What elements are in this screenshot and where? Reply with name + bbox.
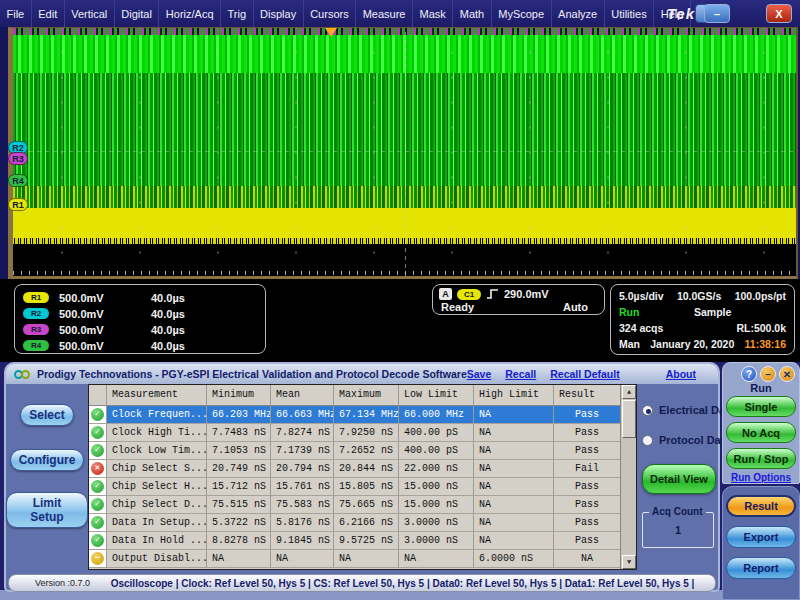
fail-cross-icon: ✕ (91, 462, 104, 475)
channel-badge-r3: R3 (23, 324, 49, 335)
limit-setup-button[interactable]: Limit Setup (6, 492, 88, 528)
cell-low-limit: 400.00 pS (399, 424, 474, 441)
status-cell: ✓ (89, 406, 107, 423)
menu-item-display[interactable]: Display (254, 0, 304, 27)
trigger-mode: Auto (563, 301, 588, 313)
menu-item-myscope[interactable]: MyScope (492, 0, 552, 27)
table-row[interactable]: ✓Data In Setup...5.3722 nS5.8176 nS6.216… (89, 514, 621, 532)
radio-protocol-data[interactable]: Protocol Data (642, 434, 720, 446)
single-button[interactable]: Single (726, 396, 796, 417)
result-button[interactable]: Result (726, 495, 796, 517)
pass-check-icon: ✓ (91, 426, 104, 439)
detail-view-button[interactable]: Detail View (642, 464, 716, 494)
scroll-up-icon[interactable]: ▲ (622, 385, 636, 399)
table-row[interactable]: ✓Chip Select H...15.712 nS15.761 nS15.80… (89, 478, 621, 496)
channel-marker-r4[interactable]: R4 (8, 174, 28, 187)
menu-item-horiz-acq[interactable]: Horiz/Acq (159, 0, 221, 27)
table-row[interactable]: ✓Data In Hold ...8.8278 nS9.1845 nS9.572… (89, 532, 621, 550)
scope-close-button[interactable]: X (766, 4, 792, 23)
menu-item-vertical[interactable]: Vertical (65, 0, 115, 27)
cell-low-limit: 66.000 MHz (399, 406, 474, 423)
table-row[interactable]: ✓Chip Select D...75.515 nS75.583 nS75.66… (89, 496, 621, 514)
channel-marker-r1[interactable]: R1 (8, 198, 28, 211)
radio-electrical-data[interactable]: Electrical Data (642, 404, 720, 416)
run-options-link[interactable]: Run Options (723, 472, 799, 483)
trigger-status: Ready (441, 301, 474, 313)
status-cell: ✓ (89, 496, 107, 513)
table-row[interactable]: −Output Disabl...NANANANA6.0000 nSNA (89, 550, 621, 568)
report-button[interactable]: Report (726, 557, 796, 579)
channel-readouts: R1500.0mV40.0µsR2500.0mV40.0µsR3500.0mV4… (14, 284, 266, 354)
menu-item-utilities[interactable]: Utilities (605, 0, 654, 27)
title-links: SaveRecallRecall Default (467, 368, 620, 380)
scope-minimize-button[interactable]: – (704, 4, 730, 23)
cell-high-limit: NA (474, 424, 554, 441)
status-cell: − (89, 550, 107, 567)
cell-minimum: 20.749 nS (207, 460, 271, 477)
version-label: Version :0.7.0 (35, 578, 90, 588)
table-row[interactable]: ✓Clock Low Tim...7.1053 nS7.1739 nS7.265… (89, 442, 621, 460)
export-button[interactable]: Export (726, 526, 796, 548)
table-row[interactable]: ✕Chip Select S...20.749 nS20.794 nS20.84… (89, 460, 621, 478)
acq-count-label: Acq Count (649, 506, 706, 517)
menu-item-digital[interactable]: Digital (115, 0, 160, 27)
menu-item-mask[interactable]: Mask (413, 0, 453, 27)
cell-result: Fail (554, 460, 620, 477)
tek-logo: Tek (667, 5, 695, 22)
table-scrollbar[interactable]: ▲ ▼ (620, 385, 636, 569)
channel-scale-value: 500.0mV (59, 324, 151, 336)
cell-result: Pass (554, 514, 620, 531)
menu-item-file[interactable]: File (0, 0, 32, 27)
cell-mean: 7.8274 nS (271, 424, 334, 441)
cell-result: Pass (554, 406, 620, 423)
run-state: Run (619, 306, 639, 318)
sample-rate: 10.0GS/s (677, 290, 721, 302)
radio-circle-icon (642, 435, 653, 446)
pass-check-icon: ✓ (91, 444, 104, 457)
menu-item-trig[interactable]: Trig (221, 0, 254, 27)
menu-item-cursors[interactable]: Cursors (304, 0, 357, 27)
cell-low-limit: NA (399, 550, 474, 567)
cell-minimum: 15.712 nS (207, 478, 271, 495)
app-title-bar: Prodigy Technovations - PGY-eSPI Electri… (6, 364, 718, 384)
cell-result: Pass (554, 478, 620, 495)
cell-measurement: Chip Select H... (107, 478, 207, 495)
radio-circle-icon (642, 405, 653, 416)
header-cell-mean: Mean (271, 385, 334, 405)
menu-item-edit[interactable]: Edit (32, 0, 65, 27)
run-panel: ? – ✕ Run SingleNo AcqRun / Stop Run Opt… (722, 362, 800, 484)
cell-low-limit: 3.0000 nS (399, 532, 474, 549)
cell-result: NA (554, 550, 620, 567)
app-minimize-button[interactable]: – (760, 366, 776, 382)
cell-measurement: Chip Select D... (107, 496, 207, 513)
table-row[interactable]: ✓Clock High Ti...7.7483 nS7.8274 nS7.925… (89, 424, 621, 442)
scroll-down-icon[interactable]: ▼ (622, 555, 636, 569)
run-group-label: Run (723, 382, 799, 394)
channel-timebase-value: 40.0µs (151, 292, 185, 304)
about-link[interactable]: About (666, 368, 696, 380)
status-cell: ✓ (89, 478, 107, 495)
table-row[interactable]: ✓Clock Frequen...66.203 MHz66.663 MHz67.… (89, 406, 621, 424)
trigger-position-marker[interactable] (325, 28, 337, 37)
scrollbar-thumb[interactable] (622, 400, 636, 438)
cell-low-limit: 400.00 pS (399, 442, 474, 459)
channel-readout-r1: R1500.0mV40.0µs (23, 290, 257, 305)
cell-minimum: 7.1053 nS (207, 442, 271, 459)
channel-timebase-value: 40.0µs (151, 340, 185, 352)
configure-button[interactable]: Configure (10, 449, 85, 471)
app-close-button[interactable]: ✕ (779, 366, 795, 382)
run-stop-button[interactable]: Run / Stop (726, 448, 796, 469)
menu-item-math[interactable]: Math (453, 0, 491, 27)
select-button[interactable]: Select (20, 404, 73, 426)
channel-marker-r3[interactable]: R3 (8, 152, 28, 165)
no-acq-button[interactable]: No Acq (726, 422, 796, 443)
cell-maximum: 6.2166 nS (334, 514, 399, 531)
cell-maximum: 15.805 nS (334, 478, 399, 495)
save-link[interactable]: Save (467, 368, 492, 380)
recall-default-link[interactable]: Recall Default (550, 368, 619, 380)
help-icon[interactable]: ? (741, 366, 757, 382)
cell-measurement: Clock High Ti... (107, 424, 207, 441)
recall-link[interactable]: Recall (505, 368, 536, 380)
menu-item-measure[interactable]: Measure (356, 0, 413, 27)
menu-item-analyze[interactable]: Analyze (552, 0, 605, 27)
